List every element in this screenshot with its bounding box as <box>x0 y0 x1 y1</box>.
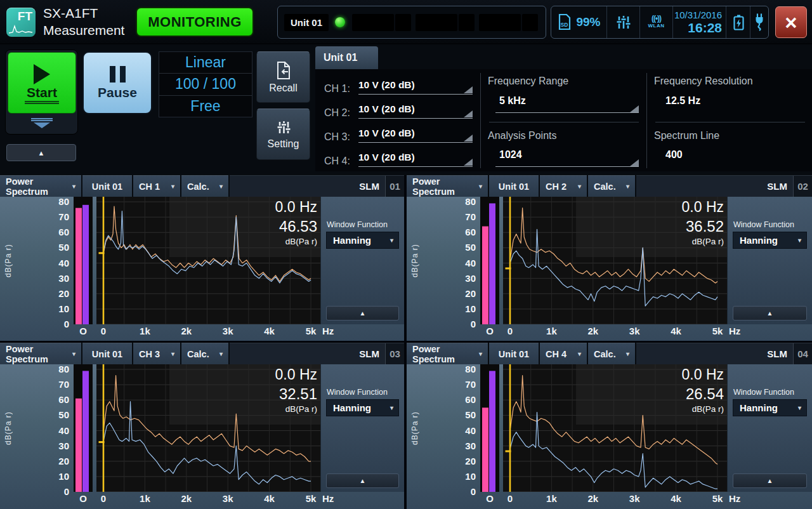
wlan-icon: ((•)) WLAN <box>648 15 665 29</box>
unit-status-panel: Unit 01 <box>277 6 546 39</box>
chart-header: Power Spectrum ▾ Unit 01 CH 4 ▾ Calc. ▾ … <box>407 343 812 364</box>
analysis-points-dropdown[interactable]: 1024 <box>499 149 522 161</box>
x-tick: 5k <box>306 326 317 336</box>
x-tick: Hz <box>729 326 740 336</box>
unit-select: Unit 01 <box>82 175 132 197</box>
frequency-range-dropdown[interactable]: 5 kHz <box>499 95 526 107</box>
spectrum-line-value: 400 <box>665 149 683 161</box>
ch1-range-dropdown[interactable]: 10 V (20 dB) <box>358 79 473 95</box>
start-button[interactable]: Start <box>8 52 76 114</box>
chevron-down-icon: ▾ <box>474 350 482 357</box>
window-function-dropdown[interactable]: Hanning ▾ <box>326 232 399 249</box>
channel-select[interactable]: CH 1 ▾ <box>133 175 180 197</box>
ch3-range-dropdown[interactable]: 10 V (20 dB) <box>358 128 473 143</box>
panel-collapse-button[interactable]: ▲ <box>733 306 807 321</box>
overall-level-bars <box>480 197 499 324</box>
channel-select[interactable]: CH 2 ▾ <box>540 175 587 197</box>
window-function-value: Hanning <box>740 402 778 413</box>
chevron-down-icon: ▾ <box>573 350 581 357</box>
recall-button[interactable]: Recall <box>256 51 310 103</box>
chevron-down-icon: ▾ <box>621 183 629 190</box>
setting-label: Setting <box>268 138 299 150</box>
y-tick: 20 <box>58 456 69 467</box>
analysis-points-label: Analysis Points <box>488 130 557 142</box>
y-axis-label: dB(Pa r) <box>0 197 16 324</box>
y-tick: 50 <box>465 242 476 253</box>
control-panel-collapse-button[interactable]: ▲ <box>6 144 76 161</box>
y-axis-label: dB(Pa r) <box>0 364 16 492</box>
sd-card-icon: SD <box>557 13 572 31</box>
spectrum-chart-panel: Power Spectrum ▾ Unit 01 CH 4 ▾ Calc. ▾ … <box>407 343 812 509</box>
calc-label: Calc. <box>594 182 616 192</box>
ch2-range-dropdown[interactable]: 10 V (20 dB) <box>358 103 473 119</box>
x-tick: 3k <box>223 326 233 336</box>
ch4-range-dropdown[interactable]: 10 V (20 dB) <box>358 152 473 167</box>
window-function-label: Window Function <box>733 388 794 397</box>
chevron-down-icon: ▾ <box>166 350 174 357</box>
x-axis-strip: O01k2k3k4k5kHz <box>407 492 812 509</box>
function-select[interactable]: Power Spectrum ▾ <box>0 175 81 197</box>
chart-body: dB(Pa r) 01020304050607080 0.0 Hz 36.52 … <box>407 197 812 341</box>
y-tick: 80 <box>58 196 69 208</box>
chart-header: Power Spectrum ▾ Unit 01 CH 1 ▾ Calc. ▾ … <box>0 175 404 197</box>
app-title-line1: SX-A1FT <box>43 4 124 22</box>
function-select[interactable]: Power Spectrum ▾ <box>407 175 488 197</box>
channel-select[interactable]: CH 4 ▾ <box>540 343 587 364</box>
x-tick: 2k <box>587 493 598 504</box>
x-tick: Hz <box>322 326 334 336</box>
x-tick: 1k <box>546 493 557 504</box>
dropdown-corner-icon <box>464 135 473 142</box>
panel-collapse-button[interactable]: ▲ <box>326 473 399 488</box>
chevron-down-icon: ▾ <box>390 237 393 244</box>
channel-label: CH 4 <box>546 349 566 359</box>
x-tick: 2k <box>587 326 598 336</box>
y-tick: 70 <box>58 211 69 223</box>
y-tick: 80 <box>465 196 476 208</box>
y-tick: 60 <box>465 394 476 406</box>
cursor-unit: dB(Pa r) <box>622 404 724 415</box>
close-button[interactable]: × <box>775 6 807 38</box>
channel-select[interactable]: CH 3 ▾ <box>133 343 180 364</box>
calc-select[interactable]: Calc. ▾ <box>181 175 228 197</box>
x-axis-strip: O01k2k3k4k5kHz <box>0 492 404 509</box>
cursor-readout: 0.0 Hz 26.54 dB(Pa r) <box>622 366 724 415</box>
recall-file-icon <box>275 60 292 81</box>
function-select[interactable]: Power Spectrum ▾ <box>407 343 488 364</box>
window-function-value: Hanning <box>333 235 371 246</box>
cursor-unit: dB(Pa r) <box>622 236 724 248</box>
pause-button[interactable]: Pause <box>82 51 152 114</box>
setting-sliders-icon <box>275 119 292 136</box>
y-tick: 30 <box>58 440 69 452</box>
window-function-panel: Window Function Hanning ▾ ▲ <box>727 364 812 492</box>
setting-button[interactable]: Setting <box>256 109 310 160</box>
x-tick: O <box>79 326 87 336</box>
calc-select[interactable]: Calc. ▾ <box>181 343 228 364</box>
calc-label: Calc. <box>187 182 209 192</box>
y-axis-label: dB(Pa r) <box>407 364 423 492</box>
window-function-dropdown[interactable]: Hanning ▾ <box>733 232 807 249</box>
start-dropdown-handle[interactable] <box>8 114 76 132</box>
calc-select[interactable]: Calc. ▾ <box>588 343 635 364</box>
panel-collapse-button[interactable]: ▲ <box>326 306 399 321</box>
x-tick: 1k <box>140 493 150 504</box>
function-select[interactable]: Power Spectrum ▾ <box>0 343 81 364</box>
panel-collapse-button[interactable]: ▲ <box>733 473 807 488</box>
y-axis-ticks: 01020304050607080 <box>423 197 478 324</box>
calc-select[interactable]: Calc. ▾ <box>588 175 635 197</box>
y-tick: 10 <box>465 471 476 482</box>
window-function-dropdown[interactable]: Hanning ▾ <box>733 399 807 416</box>
x-tick: O <box>79 493 87 504</box>
window-function-dropdown[interactable]: Hanning ▾ <box>326 399 399 416</box>
y-tick: 50 <box>58 409 69 421</box>
app-icon-label: FT <box>18 10 32 23</box>
y-tick: 30 <box>465 440 476 452</box>
system-status-panel: SD 99% ((•)) WLAN 10/31/2016 16:28 <box>551 6 769 39</box>
function-label: Power Spectrum <box>412 344 474 364</box>
x-tick: 5k <box>712 493 723 504</box>
chart-body: dB(Pa r) 01020304050607080 0.0 Hz 26.54 … <box>407 364 812 509</box>
start-underline <box>25 101 59 102</box>
x-tick: 4k <box>671 326 681 336</box>
y-tick: 60 <box>58 227 69 238</box>
monitoring-status-button[interactable]: MONITORING <box>136 7 254 37</box>
tab-unit-01[interactable]: Unit 01 <box>315 46 378 69</box>
